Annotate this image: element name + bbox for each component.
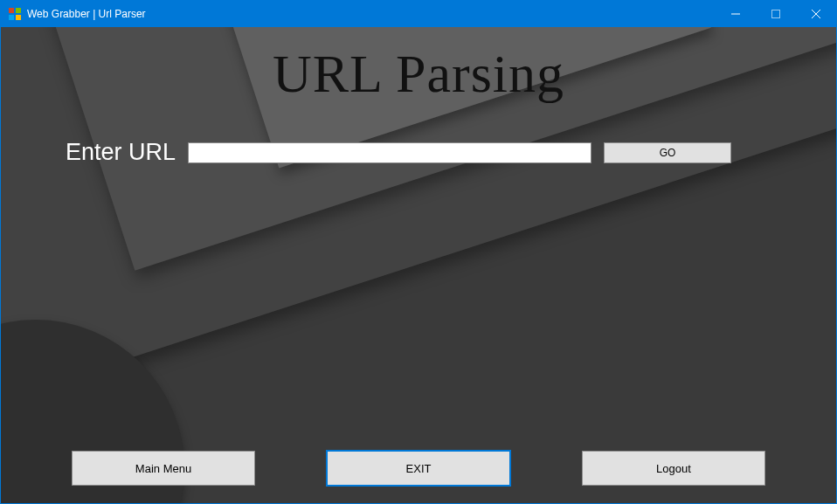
url-row: Enter URL GO <box>66 139 731 166</box>
svg-rect-1 <box>16 8 21 13</box>
main-menu-button[interactable]: Main Menu <box>72 451 255 486</box>
app-icon <box>8 7 22 21</box>
window-title: Web Grabber | Url Parser <box>27 8 146 20</box>
url-label: Enter URL <box>66 139 176 166</box>
page-heading: URL Parsing <box>1 43 836 105</box>
titlebar: Web Grabber | Url Parser <box>1 1 836 27</box>
exit-button[interactable]: EXIT <box>327 451 510 486</box>
minimize-button[interactable] <box>716 1 756 27</box>
url-input[interactable] <box>188 142 591 163</box>
logout-button[interactable]: Logout <box>582 451 765 486</box>
close-button[interactable] <box>796 1 836 27</box>
svg-rect-3 <box>16 15 21 20</box>
svg-rect-2 <box>9 15 14 20</box>
svg-rect-0 <box>9 8 14 13</box>
maximize-button[interactable] <box>756 1 796 27</box>
client-area: URL Parsing Enter URL GO Main Menu EXIT … <box>1 27 836 503</box>
app-window: Web Grabber | Url Parser URL Parsing Ent… <box>0 0 837 504</box>
svg-rect-4 <box>772 10 780 18</box>
go-button[interactable]: GO <box>604 142 731 163</box>
bottom-button-row: Main Menu EXIT Logout <box>1 451 836 486</box>
